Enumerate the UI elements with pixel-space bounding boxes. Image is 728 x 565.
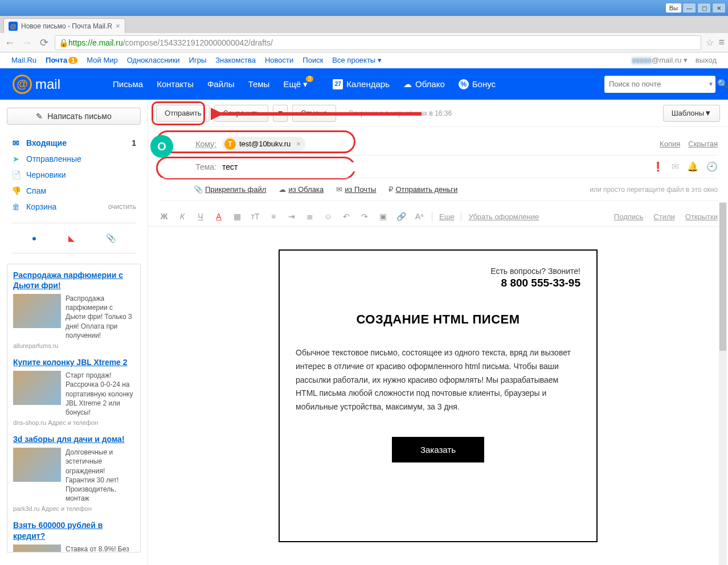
unread-filter-icon[interactable]: ● xyxy=(32,234,36,243)
ad-item[interactable]: Распродажа парфюмерии с Дьюти фри! Распр… xyxy=(13,270,134,349)
to-field-row[interactable]: Кому: T test@10bukv.ru × Копия Скрытая xyxy=(158,133,718,155)
bookmark-icon[interactable]: ☆ xyxy=(706,37,714,48)
cancel-button[interactable]: Отмена xyxy=(292,105,336,122)
emoji-button[interactable]: ☺ xyxy=(322,212,334,221)
close-tab-icon[interactable]: × xyxy=(116,22,120,30)
lang-indicator[interactable]: Вы xyxy=(666,3,681,13)
nav-themes[interactable]: Темы xyxy=(242,79,277,89)
send-money-link[interactable]: Отправить деньги xyxy=(395,185,457,194)
portal-link[interactable]: Поиск xyxy=(302,56,323,64)
nav-contacts[interactable]: Контакты xyxy=(150,79,201,89)
save-dropdown[interactable]: ▼ xyxy=(273,105,288,122)
logo[interactable]: @ mail xyxy=(13,75,60,94)
address-bar: ← → ⟳ 🔒 https ://e.mail.ru /compose/1543… xyxy=(0,33,728,52)
letter-cta-button[interactable]: Заказать xyxy=(392,437,484,462)
portal-link[interactable]: Mail.Ru xyxy=(11,56,36,64)
postcards-link[interactable]: Открытки xyxy=(685,212,718,221)
browser-menu-icon[interactable]: ≡ xyxy=(718,36,725,48)
ad-item[interactable]: Взять 600000 рублей в кредит? Ставка от … xyxy=(13,520,134,552)
subject-field-row[interactable]: Тема: ❗ ✉ 🔔 🕘 xyxy=(158,155,718,178)
reload-button[interactable]: ⟳ xyxy=(38,36,50,49)
portal-link[interactable]: Мой Мир xyxy=(87,56,117,64)
signature-link[interactable]: Подпись xyxy=(614,212,643,221)
folder-drafts[interactable]: 📄 Черновики xyxy=(5,167,143,183)
lock-icon: 🔒 xyxy=(59,38,68,47)
send-button[interactable]: Отправить xyxy=(156,105,210,122)
portal-link-mail[interactable]: Почта1 xyxy=(46,56,77,64)
schedule-icon[interactable]: 🕘 xyxy=(706,161,718,172)
attach-file-link[interactable]: Прикрепить файл xyxy=(205,185,266,194)
search-icon[interactable]: 🔍 xyxy=(717,79,728,89)
message-body[interactable]: Есть вопросы? Звоните! 8 800 555-33-95 С… xyxy=(148,227,728,565)
folder-inbox[interactable]: ✉ Входящие 1 xyxy=(5,135,143,151)
scrollbar-thumb[interactable] xyxy=(719,203,726,351)
editor-more-link[interactable]: Еще xyxy=(439,212,454,221)
ad-item[interactable]: 3d заборы для дачи и дома! Долговечные и… xyxy=(13,434,134,512)
bg-color-button[interactable]: ▦ xyxy=(231,212,243,221)
nav-more[interactable]: Ещё ▾3 xyxy=(276,79,314,89)
bold-button[interactable]: Ж xyxy=(158,212,170,221)
portal-link[interactable]: Одноклассники xyxy=(127,56,180,64)
minimize-button[interactable]: — xyxy=(682,3,696,13)
subject-input[interactable] xyxy=(222,162,647,171)
redo-button[interactable]: ↷ xyxy=(359,212,370,221)
browser-tab[interactable]: @ Новое письмо - Почта Mail.R × xyxy=(3,18,125,33)
templates-button[interactable]: Шаблоны ▼ xyxy=(663,105,720,122)
sender-avatar: О xyxy=(150,135,173,158)
portal-link[interactable]: Игры xyxy=(189,56,207,64)
drag-hint: или просто перетащите файл в это окно xyxy=(590,186,718,194)
nav-bonus[interactable]: % Бонус xyxy=(452,79,502,89)
styles-link[interactable]: Стили xyxy=(653,212,674,221)
clear-formatting-link[interactable]: Убрать оформление xyxy=(468,212,539,221)
recipient-chip[interactable]: T test@10bukv.ru × xyxy=(222,137,305,152)
bcc-link[interactable]: Скрытая xyxy=(688,140,718,148)
portal-link[interactable]: Знакомства xyxy=(215,56,256,64)
folder-spam[interactable]: 👎 Спам xyxy=(5,183,143,199)
compose-button[interactable]: ✎ Написать письмо xyxy=(7,108,141,125)
save-button[interactable]: Сохранить xyxy=(214,105,268,122)
user-email-link[interactable]: ▮▮▮▮▮@mail.ru ▾ xyxy=(632,56,688,64)
priority-icon[interactable]: ❗ xyxy=(652,161,664,172)
align-button[interactable]: ≡ xyxy=(268,212,279,221)
ad-item[interactable]: Купите колонку JBL Xtreme 2 Старт продаж… xyxy=(13,357,134,426)
url-field[interactable]: 🔒 https ://e.mail.ru /compose/1543321912… xyxy=(55,35,701,50)
portal-link[interactable]: Новости xyxy=(265,56,293,64)
search-scope-dropdown[interactable]: ▼ xyxy=(708,81,714,87)
folder-sent[interactable]: ➤ Отправленные xyxy=(5,151,143,167)
nav-calendar[interactable]: 27 Календарь xyxy=(326,79,396,89)
underline-button[interactable]: Ч xyxy=(195,212,206,221)
back-button[interactable]: ← xyxy=(3,36,16,49)
attach-cloud-link[interactable]: из Облака xyxy=(288,185,324,194)
undo-button[interactable]: ↶ xyxy=(341,212,352,221)
close-window-button[interactable]: ✕ xyxy=(712,3,726,13)
indent-button[interactable]: ⇥ xyxy=(286,212,297,221)
recipient-avatar-icon: T xyxy=(224,138,236,150)
translate-button[interactable]: Аᵃ xyxy=(414,212,425,221)
remove-recipient-icon[interactable]: × xyxy=(296,140,301,148)
maximize-button[interactable]: ▢ xyxy=(697,3,711,13)
italic-button[interactable]: К xyxy=(177,212,188,221)
search-input[interactable] xyxy=(609,80,705,88)
image-button[interactable]: ▣ xyxy=(377,212,388,221)
scrollbar[interactable] xyxy=(719,202,727,565)
cc-link[interactable]: Копия xyxy=(660,140,680,148)
link-button[interactable]: 🔗 xyxy=(395,212,407,221)
attachment-filter-icon[interactable]: 📎 xyxy=(106,234,116,243)
nav-files[interactable]: Файлы xyxy=(201,79,242,89)
folder-trash[interactable]: 🗑 Корзина очистить xyxy=(5,199,143,215)
receipt-icon[interactable]: ✉ xyxy=(672,161,679,172)
search-box[interactable]: ▼ 🔍 xyxy=(604,76,715,93)
logout-link[interactable]: выход xyxy=(696,56,717,64)
font-size-button[interactable]: тТ xyxy=(250,212,261,221)
notify-icon[interactable]: 🔔 xyxy=(687,161,698,172)
flagged-filter-icon[interactable]: ◣ xyxy=(68,234,75,243)
portal-link[interactable]: Все проекты ▾ xyxy=(332,56,382,64)
empty-trash-link[interactable]: очистить xyxy=(108,203,136,211)
list-button[interactable]: ≣ xyxy=(304,212,316,221)
nav-letters[interactable]: Письма xyxy=(106,79,150,89)
forward-button[interactable]: → xyxy=(21,36,33,49)
attach-mail-link[interactable]: из Почты xyxy=(345,185,376,194)
nav-cloud[interactable]: ☁ Облако xyxy=(396,79,452,89)
sent-icon: ➤ xyxy=(11,154,21,163)
text-color-button[interactable]: А xyxy=(213,212,224,221)
